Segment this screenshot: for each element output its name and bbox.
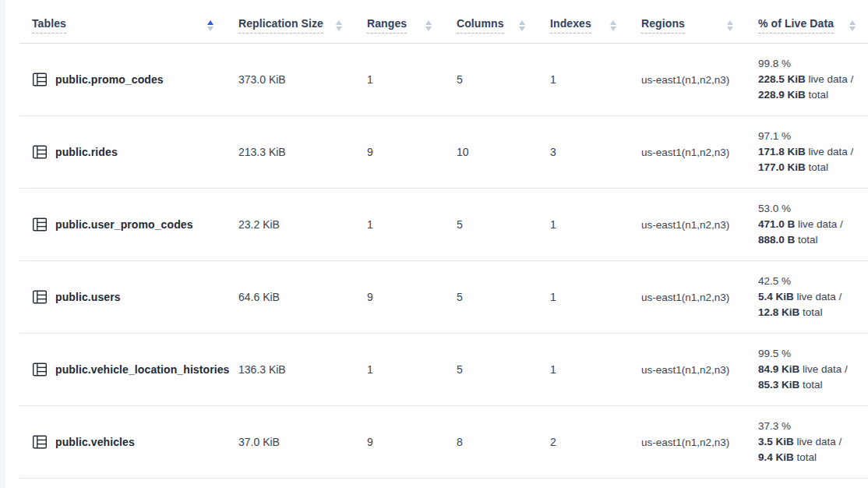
table-name-cell[interactable]: public.users	[19, 261, 226, 334]
sort-icon[interactable]	[425, 20, 432, 31]
live-data-size: 3.5 KiB live data /	[758, 434, 862, 450]
replication-size-cell: 213.3 KiB	[226, 116, 355, 189]
regions-cell: us-east1(n1,n2,n3)	[629, 261, 746, 334]
regions-cell: us-east1(n1,n2,n3)	[629, 44, 746, 116]
live-data-size: 5.4 KiB live data /	[758, 289, 862, 305]
table-row[interactable]: public.rides 213.3 KiB 9 10 3 us-east1(n…	[19, 116, 868, 189]
regions-cell: us-east1(n1,n2,n3)	[629, 116, 746, 189]
table-row[interactable]: public.promo_codes 373.0 KiB 1 5 1 us-ea…	[19, 44, 868, 116]
table-name-link[interactable]: public.users	[55, 291, 121, 303]
table-name-cell[interactable]: public.user_promo_codes	[19, 189, 226, 261]
sort-icon[interactable]	[519, 20, 525, 31]
table-icon	[32, 289, 48, 305]
regions-cell: us-east1(n1,n2,n3)	[629, 406, 746, 479]
columns-cell: 5	[444, 261, 538, 334]
replication-size-cell: 373.0 KiB	[226, 44, 355, 116]
table-row[interactable]: public.vehicles 37.0 KiB 9 8 2 us-east1(…	[19, 406, 868, 479]
total-data-size: 228.9 KiB total	[758, 87, 862, 103]
table-name-cell[interactable]: public.rides	[19, 116, 226, 189]
regions-cell: us-east1(n1,n2,n3)	[629, 189, 746, 261]
live-data-size: 171.8 KiB live data /	[758, 144, 862, 160]
columns-cell: 10	[444, 116, 538, 189]
column-header-columns[interactable]: Columns	[444, 0, 538, 44]
indexes-cell: 1	[538, 261, 629, 334]
column-header-label: Regions	[641, 17, 685, 34]
live-data-percent: 99.8 %	[758, 56, 862, 72]
table-name-link[interactable]: public.vehicles	[55, 436, 135, 448]
live-data-percent: 42.5 %	[758, 274, 862, 289]
regions-cell: us-east1(n1,n2,n3)	[629, 334, 746, 406]
column-header-label: Columns	[457, 17, 504, 34]
live-data-cell: 99.8 % 228.5 KiB live data / 228.9 KiB t…	[746, 44, 868, 116]
columns-cell: 5	[444, 189, 538, 261]
total-data-size: 12.8 KiB total	[758, 305, 862, 320]
indexes-cell: 1	[538, 334, 629, 406]
table-name-cell[interactable]: public.vehicle_location_histories	[19, 334, 226, 406]
table-icon	[32, 144, 48, 160]
table-row[interactable]: public.user_promo_codes 23.2 KiB 1 5 1 u…	[19, 189, 868, 261]
sort-icon[interactable]	[336, 20, 342, 31]
table-name-cell[interactable]: public.promo_codes	[19, 44, 226, 116]
column-header-label: Indexes	[550, 17, 591, 34]
column-header-indexes[interactable]: Indexes	[538, 0, 629, 44]
table-icon	[32, 217, 48, 232]
table-name-cell[interactable]: public.vehicles	[19, 406, 226, 479]
ranges-cell: 9	[355, 116, 444, 189]
table-name-link[interactable]: public.user_promo_codes	[55, 218, 193, 231]
indexes-cell: 3	[538, 116, 629, 189]
live-data-cell: 37.3 % 3.5 KiB live data / 9.4 KiB total	[746, 406, 868, 479]
table-icon	[32, 434, 48, 450]
page-gutter	[0, 0, 5, 488]
table-icon	[32, 72, 48, 87]
tables-panel: Tables Replication Size Ranges	[5, 0, 868, 488]
indexes-cell: 1	[538, 44, 629, 116]
sort-asc-active-icon[interactable]	[207, 20, 213, 31]
database-tables-table: Tables Replication Size Ranges	[19, 0, 868, 479]
live-data-percent: 99.5 %	[758, 346, 862, 362]
column-header-label: Tables	[32, 17, 66, 34]
column-header-tables[interactable]: Tables	[19, 0, 226, 44]
replication-size-cell: 23.2 KiB	[226, 189, 355, 261]
columns-cell: 8	[444, 406, 538, 479]
indexes-cell: 2	[538, 406, 629, 479]
total-data-size: 888.0 B total	[758, 232, 862, 248]
live-data-cell: 99.5 % 84.9 KiB live data / 85.3 KiB tot…	[746, 334, 868, 406]
table-icon	[32, 362, 48, 377]
live-data-percent: 97.1 %	[758, 129, 862, 144]
sort-icon[interactable]	[727, 20, 733, 31]
table-name-link[interactable]: public.vehicle_location_histories	[55, 363, 229, 376]
live-data-percent: 53.0 %	[758, 201, 862, 217]
ranges-cell: 1	[355, 334, 444, 406]
ranges-cell: 1	[355, 44, 444, 116]
live-data-size: 471.0 B live data /	[758, 217, 862, 232]
table-row[interactable]: public.vehicle_location_histories 136.3 …	[19, 334, 868, 406]
replication-size-cell: 136.3 KiB	[226, 334, 355, 406]
sort-icon[interactable]	[849, 20, 856, 31]
total-data-size: 85.3 KiB total	[758, 377, 862, 393]
table-row[interactable]: public.users 64.6 KiB 9 5 1 us-east1(n1,…	[19, 261, 868, 334]
live-data-size: 228.5 KiB live data /	[758, 72, 862, 87]
replication-size-cell: 37.0 KiB	[226, 406, 355, 479]
live-data-percent: 37.3 %	[758, 419, 862, 434]
column-header-ranges[interactable]: Ranges	[355, 0, 444, 44]
live-data-size: 84.9 KiB live data /	[758, 362, 862, 377]
column-header-replication-size[interactable]: Replication Size	[226, 0, 355, 44]
column-header-label: Ranges	[367, 17, 407, 34]
columns-cell: 5	[444, 44, 538, 116]
table-header-row: Tables Replication Size Ranges	[19, 0, 868, 44]
column-header-label: Replication Size	[238, 17, 323, 34]
column-header-regions[interactable]: Regions	[629, 0, 746, 44]
column-header-live-data[interactable]: % of Live Data	[746, 0, 868, 44]
column-header-label: % of Live Data	[758, 17, 834, 34]
ranges-cell: 9	[355, 406, 444, 479]
total-data-size: 177.0 KiB total	[758, 160, 862, 175]
live-data-cell: 42.5 % 5.4 KiB live data / 12.8 KiB tota…	[746, 261, 868, 334]
table-name-link[interactable]: public.rides	[55, 146, 118, 158]
table-name-link[interactable]: public.promo_codes	[55, 73, 164, 86]
live-data-cell: 53.0 % 471.0 B live data / 888.0 B total	[746, 189, 868, 261]
indexes-cell: 1	[538, 189, 629, 261]
ranges-cell: 9	[355, 261, 444, 334]
sort-icon[interactable]	[610, 20, 616, 31]
ranges-cell: 1	[355, 189, 444, 261]
columns-cell: 5	[444, 334, 538, 406]
